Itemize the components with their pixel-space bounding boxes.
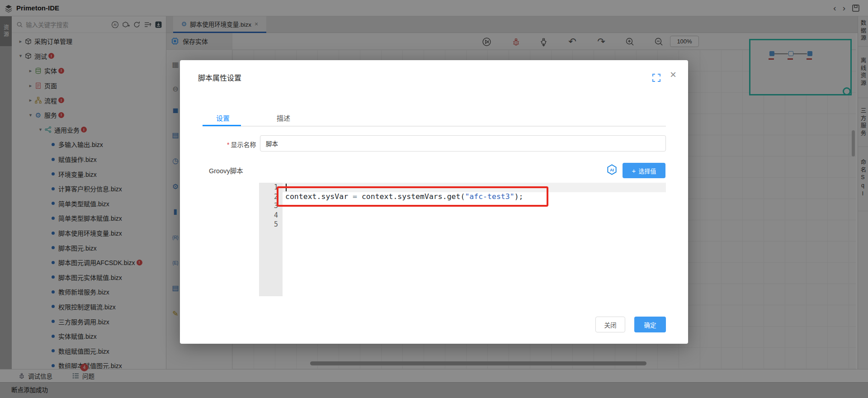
display-name-label: *显示名称 [227,140,256,149]
dialog-title: 脚本属性设置 [198,72,241,83]
groovy-script-label: Groovy脚本 [209,166,243,175]
plus-icon: + [632,167,636,175]
line-number: 5 [259,220,278,229]
select-value-button[interactable]: +选择值 [623,163,665,178]
active-tab-indicator [203,125,241,126]
display-name-input[interactable] [260,135,666,152]
svg-text:AI: AI [610,168,614,172]
tab-settings[interactable]: 设置 [216,113,230,123]
line-number: 2 [259,192,278,202]
close-button[interactable]: 关闭 [595,317,625,332]
line-number: 3 [259,201,278,211]
groovy-code-editor[interactable]: 12345 context.sysVar = context.systemVar… [259,183,666,296]
line-number: 4 [259,211,278,220]
ok-button[interactable]: 确定 [634,317,666,332]
ai-generate-icon[interactable]: AI [606,164,618,176]
red-highlight-box [277,186,548,207]
tab-description[interactable]: 描述 [277,113,290,123]
script-properties-dialog: 脚本属性设置 × 设置 描述 *显示名称 Groovy脚本 AI +选择值 12… [180,60,688,344]
line-number: 1 [259,183,278,192]
tab-divider [203,126,666,127]
required-asterisk: * [227,141,229,148]
close-icon[interactable]: × [670,69,676,80]
ide-screen: Primeton-IDE ‹ › 资源 输入关键字搜索 AI [0,0,868,398]
fullscreen-icon[interactable] [652,73,661,82]
